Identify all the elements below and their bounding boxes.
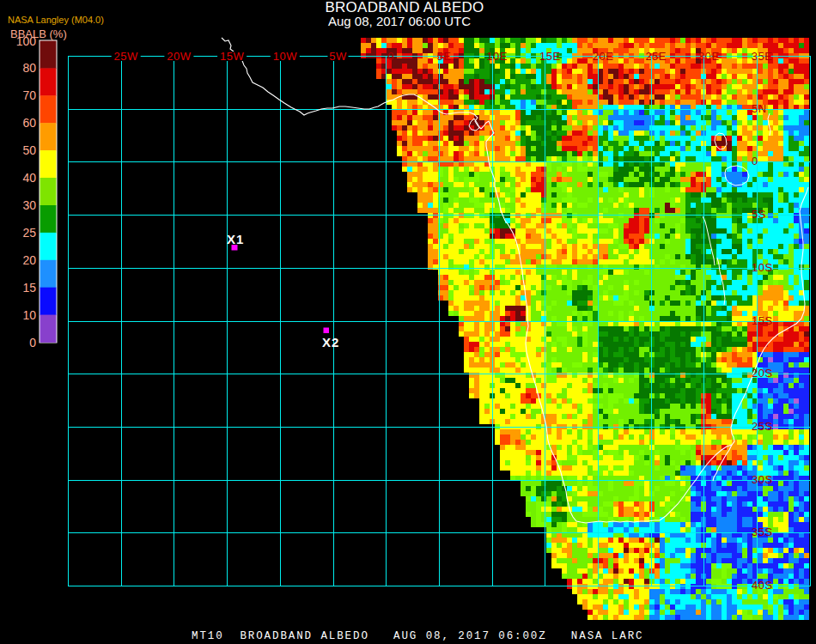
svg-text:25: 25 [22,226,36,240]
svg-text:0: 0 [387,50,394,63]
svg-text:80: 80 [22,61,36,75]
svg-text:30E: 30E [698,50,720,63]
svg-text:25W: 25W [114,50,138,63]
svg-text:50: 50 [22,143,36,157]
svg-text:30S: 30S [752,473,773,486]
svg-text:20E: 20E [593,50,614,63]
svg-text:10W: 10W [273,50,297,63]
svg-text:5E: 5E [436,50,451,63]
svg-text:20S: 20S [752,367,773,380]
svg-text:40: 40 [22,171,36,185]
svg-text:20W: 20W [167,50,191,63]
svg-text:10E: 10E [486,50,508,63]
svg-text:10S: 10S [752,261,773,274]
svg-text:10: 10 [22,308,36,322]
svg-text:15S: 15S [752,314,773,327]
svg-text:X2: X2 [322,335,339,349]
svg-text:40S: 40S [752,579,773,592]
svg-text:30: 30 [22,198,36,212]
svg-text:15: 15 [22,281,36,295]
svg-text:5S: 5S [752,208,766,221]
svg-text:15E: 15E [539,50,561,63]
svg-text:BBALB (%): BBALB (%) [10,27,67,40]
svg-text:0: 0 [29,336,36,349]
svg-text:X1: X1 [227,232,244,246]
svg-text:60: 60 [22,116,36,130]
svg-text:15W: 15W [220,50,244,63]
svg-text:20: 20 [22,253,36,267]
svg-text:5W: 5W [329,50,347,63]
svg-text:35E: 35E [752,50,773,63]
svg-text:35S: 35S [752,526,773,538]
svg-text:NASA Langley (M04.0): NASA Langley (M04.0) [8,15,104,25]
svg-text:25E: 25E [645,50,667,63]
svg-text:MT10 BROADBAND ALBEDO AUG 0: MT10 BROADBAND ALBEDO AUG 08, 2017 06:00… [192,630,643,642]
svg-text:Aug 08, 2017 06:00 UTC: Aug 08, 2017 06:00 UTC [328,14,471,28]
svg-text:5N: 5N [752,102,767,115]
svg-text:0: 0 [752,155,758,167]
svg-text:70: 70 [22,88,36,102]
svg-text:25S: 25S [752,420,773,433]
